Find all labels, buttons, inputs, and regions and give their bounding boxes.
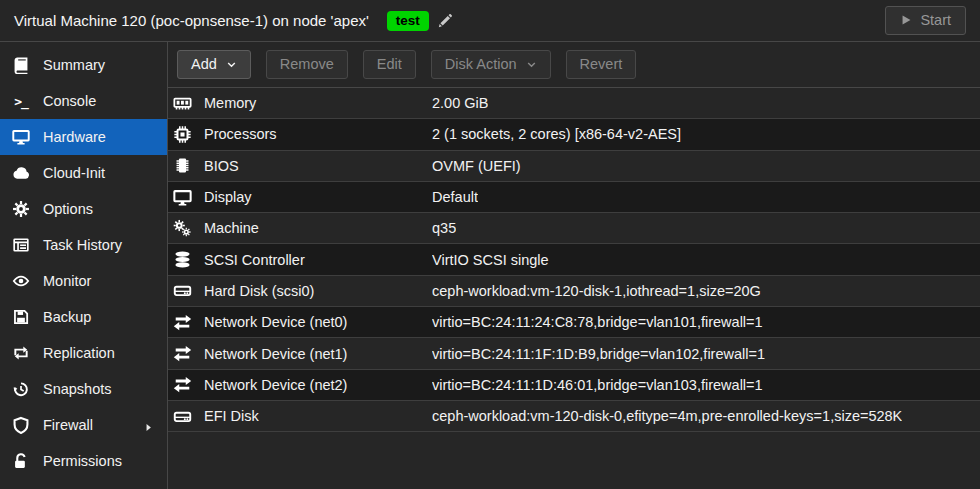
sidebar-item-label: Backup — [43, 309, 91, 325]
table-row[interactable]: EFI Disk ceph-workload:vm-120-disk-0,efi… — [168, 401, 980, 432]
sidebar-item-options[interactable]: Options — [0, 191, 167, 227]
empty-area — [168, 432, 980, 489]
sidebar-item-snapshots[interactable]: Snapshots — [0, 371, 167, 407]
device-value: virtio=BC:24:11:1D:46:01,bridge=vlan103,… — [432, 377, 763, 393]
table-row[interactable]: SCSI Controller VirtIO SCSI single — [168, 244, 980, 275]
device-value: ceph-workload:vm-120-disk-0,efitype=4m,p… — [432, 408, 902, 424]
hdd-icon — [173, 281, 192, 300]
network-icon — [173, 313, 192, 332]
shield-icon — [12, 416, 30, 434]
table-row[interactable]: Network Device (net0) virtio=BC:24:11:24… — [168, 307, 980, 338]
start-button-label: Start — [920, 12, 951, 28]
sidebar-item-replication[interactable]: Replication — [0, 335, 167, 371]
sidebar-item-hardware[interactable]: Hardware — [0, 119, 167, 155]
memory-icon — [173, 94, 192, 113]
table-row[interactable]: BIOS OVMF (UEFI) — [168, 151, 980, 182]
device-value: ceph-workload:vm-120-disk-1,iothread=1,s… — [432, 283, 761, 299]
device-value: 2 (1 sockets, 2 cores) [x86-64-v2-AES] — [432, 126, 681, 142]
device-label: Machine — [204, 220, 432, 236]
device-label: Network Device (net2) — [204, 377, 432, 393]
play-icon — [900, 14, 912, 26]
history-icon — [12, 380, 30, 398]
button-label: Edit — [377, 56, 402, 72]
vm-title: Virtual Machine 120 (poc-opnsense-1) on … — [14, 12, 369, 29]
device-value: OVMF (UEFI) — [432, 158, 521, 174]
edit-button[interactable]: Edit — [363, 50, 416, 79]
device-label: BIOS — [204, 158, 432, 174]
hardware-toolbar: Add Remove Edit Disk Action Revert — [168, 42, 980, 88]
device-value: virtio=BC:24:11:24:C8:78,bridge=vlan101,… — [432, 314, 763, 330]
unlock-icon — [12, 452, 30, 470]
remove-button[interactable]: Remove — [266, 50, 348, 79]
button-label: Remove — [280, 56, 334, 72]
revert-button[interactable]: Revert — [566, 50, 637, 79]
table-row[interactable]: Hard Disk (scsi0) ceph-workload:vm-120-d… — [168, 276, 980, 307]
replication-icon — [12, 344, 30, 362]
device-label: Network Device (net1) — [204, 346, 432, 362]
device-label: Display — [204, 189, 432, 205]
device-label: Hard Disk (scsi0) — [204, 283, 432, 299]
sidebar-item-label: Task History — [43, 237, 122, 253]
network-icon — [173, 375, 192, 394]
device-label: Network Device (net0) — [204, 314, 432, 330]
device-value: q35 — [432, 220, 456, 236]
page-header: Virtual Machine 120 (poc-opnsense-1) on … — [0, 0, 980, 42]
sidebar-item-cloud-init[interactable]: Cloud-Init — [0, 155, 167, 191]
cloud-icon — [12, 164, 30, 182]
sidebar-item-monitor[interactable]: Monitor — [0, 263, 167, 299]
microchip-icon — [173, 156, 192, 175]
disk-action-button[interactable]: Disk Action — [431, 50, 551, 79]
device-label: SCSI Controller — [204, 252, 432, 268]
add-button[interactable]: Add — [177, 50, 251, 79]
device-label: Processors — [204, 126, 432, 142]
vm-sidebar: Summary >_ Console Hardware Cloud-Init O… — [0, 42, 168, 489]
table-row[interactable]: Display Default — [168, 182, 980, 213]
chevron-down-icon — [226, 59, 237, 70]
table-row[interactable]: Memory 2.00 GiB — [168, 88, 980, 119]
sidebar-item-task-history[interactable]: Task History — [0, 227, 167, 263]
table-row[interactable]: Network Device (net2) virtio=BC:24:11:1D… — [168, 370, 980, 401]
sidebar-item-label: Monitor — [43, 273, 91, 289]
sidebar-item-label: Cloud-Init — [43, 165, 105, 181]
content-panel: Add Remove Edit Disk Action Revert Memor… — [168, 42, 980, 489]
device-value: Default — [432, 189, 478, 205]
sidebar-item-summary[interactable]: Summary — [0, 47, 167, 83]
cogs-icon — [173, 219, 192, 238]
terminal-icon: >_ — [12, 92, 30, 110]
device-label: Memory — [204, 95, 432, 111]
main-layout: Summary >_ Console Hardware Cloud-Init O… — [0, 42, 980, 489]
sidebar-item-permissions[interactable]: Permissions — [0, 443, 167, 479]
chevron-right-icon — [143, 420, 154, 431]
sidebar-item-firewall[interactable]: Firewall — [0, 407, 167, 443]
eye-icon — [12, 272, 30, 290]
cpu-icon — [173, 125, 192, 144]
device-label: EFI Disk — [204, 408, 432, 424]
table-row[interactable]: Machine q35 — [168, 213, 980, 244]
start-button[interactable]: Start — [885, 6, 966, 35]
sidebar-item-label: Hardware — [43, 129, 106, 145]
device-value: 2.00 GiB — [432, 95, 488, 111]
device-value: virtio=BC:24:11:1F:1D:B9,bridge=vlan102,… — [432, 346, 765, 362]
device-value: VirtIO SCSI single — [432, 252, 549, 268]
table-row[interactable]: Network Device (net1) virtio=BC:24:11:1F… — [168, 338, 980, 369]
sidebar-item-label: Snapshots — [43, 381, 112, 397]
task-list-icon — [12, 236, 30, 254]
sidebar-item-console[interactable]: >_ Console — [0, 83, 167, 119]
book-icon — [12, 56, 30, 74]
sidebar-item-label: Summary — [43, 57, 105, 73]
edit-tags-pencil-icon[interactable] — [437, 13, 453, 29]
sidebar-item-label: Permissions — [43, 453, 122, 469]
chevron-down-icon — [526, 59, 537, 70]
gear-icon — [12, 200, 30, 218]
sidebar-item-label: Replication — [43, 345, 115, 361]
desktop-icon — [12, 128, 30, 146]
table-row[interactable]: Processors 2 (1 sockets, 2 cores) [x86-6… — [168, 119, 980, 150]
sidebar-item-backup[interactable]: Backup — [0, 299, 167, 335]
button-label: Add — [191, 56, 217, 72]
button-label: Revert — [580, 56, 623, 72]
hardware-table: Memory 2.00 GiB Processors 2 (1 sockets,… — [168, 88, 980, 432]
vm-tag: test — [387, 11, 429, 31]
hdd-icon — [173, 407, 192, 426]
sidebar-item-label: Firewall — [43, 417, 93, 433]
sidebar-item-label: Options — [43, 201, 93, 217]
